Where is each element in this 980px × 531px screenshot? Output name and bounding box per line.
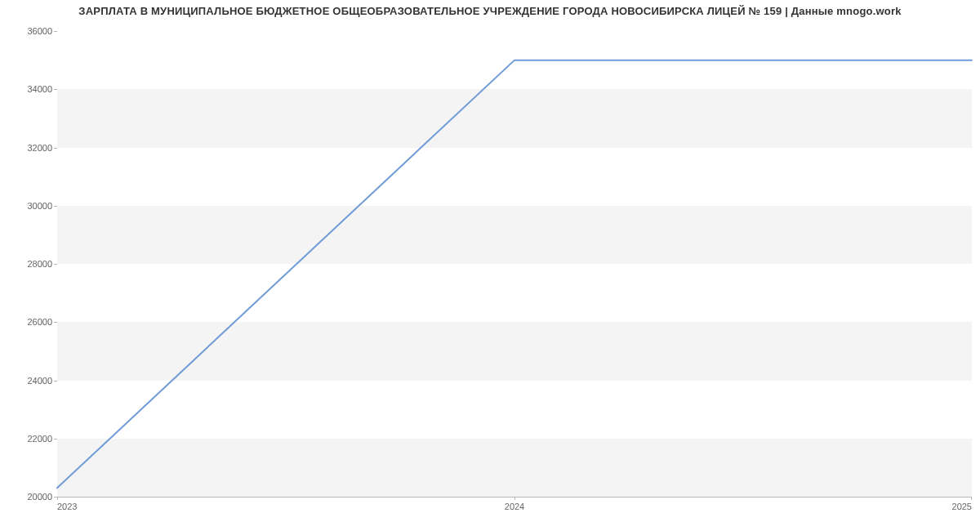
chart-container: ЗАРПЛАТА В МУНИЦИПАЛЬНОЕ БЮДЖЕТНОЕ ОБЩЕО… bbox=[0, 0, 980, 531]
y-tick-label: 22000 bbox=[3, 434, 52, 444]
y-tick-label: 30000 bbox=[3, 201, 52, 211]
y-tick-label: 36000 bbox=[3, 26, 52, 36]
y-tick-label: 26000 bbox=[3, 317, 52, 327]
x-tick-label: 2024 bbox=[505, 502, 524, 511]
y-tick-label: 34000 bbox=[3, 84, 52, 94]
line-series bbox=[57, 31, 972, 497]
x-tick-label: 2025 bbox=[952, 502, 972, 511]
chart-title: ЗАРПЛАТА В МУНИЦИПАЛЬНОЕ БЮДЖЕТНОЕ ОБЩЕО… bbox=[0, 5, 980, 17]
y-tick-label: 24000 bbox=[3, 376, 52, 386]
plot-area bbox=[57, 31, 972, 497]
y-tick-label: 20000 bbox=[3, 492, 52, 502]
y-tick-label: 28000 bbox=[3, 259, 52, 269]
x-tick-label: 2023 bbox=[57, 502, 77, 511]
x-axis-line bbox=[57, 497, 972, 498]
y-tick-label: 32000 bbox=[3, 143, 52, 153]
